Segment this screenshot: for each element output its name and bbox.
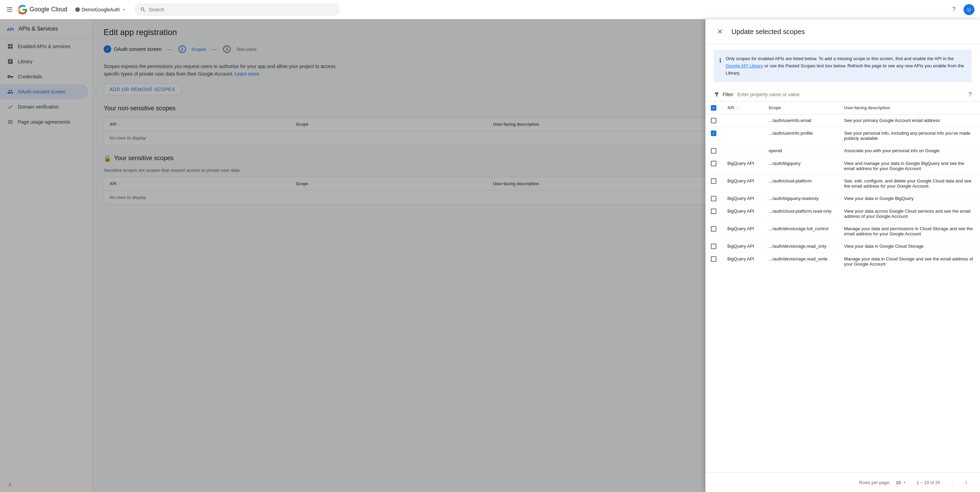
- row-description: View your data in Google Cloud Storage: [838, 240, 980, 253]
- row-description: View your data in Google BigQuery: [838, 192, 980, 205]
- row-api: BigQuery API: [722, 192, 763, 205]
- topbar-actions: ? U: [947, 3, 975, 16]
- row-scope: .../auth/userinfo.profile: [763, 127, 838, 145]
- overlay-header: ✕ Update selected scopes: [705, 19, 980, 44]
- row-description: See your primary Google Account email ad…: [838, 114, 980, 127]
- table-row: BigQuery API.../auth/cloud-platform.read…: [705, 205, 980, 223]
- search-input[interactable]: oauth: [149, 7, 335, 12]
- row-scope: .../auth/bigquery: [763, 157, 838, 175]
- topbar: Google Cloud DemoGoogleAuth oauth ? U: [0, 0, 980, 19]
- row-checkbox-7[interactable]: [711, 226, 716, 232]
- menu-icon[interactable]: [5, 5, 14, 14]
- row-scope: .../auth/cloud-platform.read-only: [763, 205, 838, 223]
- table-row: BigQuery API.../auth/bigquery.readonlyVi…: [705, 192, 980, 205]
- row-api: BigQuery API: [722, 240, 763, 253]
- project-selector[interactable]: DemoGoogleAuth: [72, 5, 130, 14]
- filter-input[interactable]: [736, 90, 966, 99]
- table-row: BigQuery API.../auth/devstorage.full_con…: [705, 223, 980, 240]
- overlay-title: Update selected scopes: [732, 28, 805, 36]
- row-checkbox-5[interactable]: [711, 196, 716, 201]
- filter-label: Filter: [722, 92, 733, 97]
- filter-bar: Filter ?: [705, 88, 980, 102]
- row-scope: .../auth/userinfo.email: [763, 114, 838, 127]
- table-header-row: − API ↑ Scope User-facing description: [705, 102, 980, 114]
- row-description: Manage your data in Cloud Storage and se…: [838, 253, 980, 270]
- table-row: .../auth/userinfo.emailSee your primary …: [705, 114, 980, 127]
- row-scope: .../auth/devstorage.read_write: [763, 253, 838, 270]
- table-row: BigQuery API.../auth/devstorage.read_wri…: [705, 253, 980, 270]
- help-icon[interactable]: ?: [947, 3, 961, 16]
- google-cloud-logo[interactable]: Google Cloud: [18, 5, 67, 14]
- table-row: BigQuery API.../auth/bigqueryView and ma…: [705, 157, 980, 175]
- info-banner: ℹ Only scopes for enabled APIs are liste…: [714, 50, 972, 82]
- row-scope: .../auth/cloud-platform: [763, 175, 838, 192]
- search-bar: oauth: [134, 3, 340, 16]
- row-description: Associate you with your personal info on…: [838, 145, 980, 157]
- prev-page-button[interactable]: ‹: [947, 477, 958, 488]
- row-description: See, edit, configure, and delete your Go…: [838, 175, 980, 192]
- rows-per-page-label: Rows per page:: [859, 480, 891, 485]
- row-api: [722, 145, 763, 157]
- row-description: View and manage your data in Google BigQ…: [838, 157, 980, 175]
- filter-icon: [714, 91, 720, 97]
- row-checkbox-4[interactable]: [711, 178, 716, 184]
- row-api: BigQuery API: [722, 157, 763, 175]
- scopes-table-wrapper: − API ↑ Scope User-facing description ..…: [705, 102, 980, 473]
- google-api-library-link[interactable]: Google API Library: [725, 63, 763, 69]
- scopes-table: − API ↑ Scope User-facing description ..…: [705, 102, 980, 270]
- dropdown-icon: [121, 7, 127, 12]
- row-scope: .../auth/devstorage.read_only: [763, 240, 838, 253]
- table-row: ✓.../auth/userinfo.profileSee your perso…: [705, 127, 980, 145]
- project-icon: [75, 7, 80, 12]
- row-api: BigQuery API: [722, 253, 763, 270]
- row-description: See your personal info, including any pe…: [838, 127, 980, 145]
- page-size-selector[interactable]: 10: [893, 479, 910, 487]
- google-cloud-icon: [18, 5, 27, 14]
- row-description: Manage your data and permissions in Clou…: [838, 223, 980, 240]
- table-row: BigQuery API.../auth/cloud-platformSee, …: [705, 175, 980, 192]
- row-checkbox-0[interactable]: [711, 118, 716, 123]
- filter-help-icon[interactable]: ?: [968, 91, 972, 98]
- select-all-checkbox[interactable]: −: [711, 105, 716, 111]
- project-name: DemoGoogleAuth: [82, 7, 120, 12]
- row-checkbox-1[interactable]: ✓: [711, 131, 716, 136]
- row-checkbox-3[interactable]: [711, 161, 716, 166]
- row-checkbox-2[interactable]: [711, 148, 716, 153]
- col-scope-header: Scope: [763, 102, 838, 114]
- row-description: View your data across Google Cloud servi…: [838, 205, 980, 223]
- col-checkbox-header[interactable]: −: [705, 102, 722, 114]
- page-size-dropdown-icon: [902, 480, 907, 485]
- search-icon: [140, 6, 146, 13]
- pagination: Rows per page: 10 1 – 10 of 25 ‹ ›: [705, 473, 980, 492]
- overlay-close-button[interactable]: ✕: [714, 26, 726, 38]
- page-info: 1 – 10 of 25: [916, 480, 940, 485]
- row-checkbox-6[interactable]: [711, 209, 716, 214]
- info-icon: ℹ: [719, 56, 722, 77]
- row-scope: openid: [763, 145, 838, 157]
- row-api: BigQuery API: [722, 223, 763, 240]
- next-page-button[interactable]: ›: [961, 477, 972, 488]
- row-scope: .../auth/bigquery.readonly: [763, 192, 838, 205]
- col-desc-header: User-facing description: [838, 102, 980, 114]
- info-text: Only scopes for enabled APIs are listed …: [725, 55, 966, 77]
- row-checkbox-8[interactable]: [711, 244, 716, 249]
- col-api-header[interactable]: API ↑: [722, 102, 763, 114]
- row-api: BigQuery API: [722, 205, 763, 223]
- row-api: BigQuery API: [722, 175, 763, 192]
- avatar[interactable]: U: [964, 4, 975, 15]
- row-scope: .../auth/devstorage.full_control: [763, 223, 838, 240]
- logo-text: Google Cloud: [30, 6, 67, 13]
- overlay-panel: ✕ Update selected scopes ℹ Only scopes f…: [705, 19, 980, 492]
- row-api: [722, 127, 763, 145]
- row-api: [722, 114, 763, 127]
- table-row: BigQuery API.../auth/devstorage.read_onl…: [705, 240, 980, 253]
- row-checkbox-9[interactable]: [711, 256, 716, 262]
- table-row: openidAssociate you with your personal i…: [705, 145, 980, 157]
